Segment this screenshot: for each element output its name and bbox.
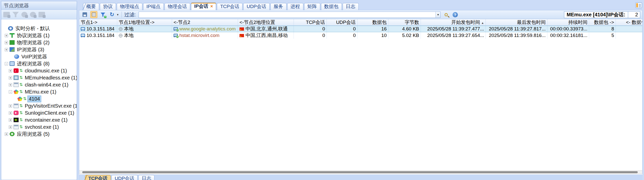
sidebar-item-ip-browser[interactable]: + IP浏览器 (3) xyxy=(1,46,77,53)
column-header-node1[interactable]: 节点1-> xyxy=(79,19,117,25)
bottom-tab-tcp-session[interactable]: TCP会话 xyxy=(85,175,111,180)
column-header-packets[interactable]: 数据包 xyxy=(357,19,388,25)
tab-process[interactable]: 进程 xyxy=(287,3,303,10)
cell-node2-geo: 中国,北京,通州,联通 xyxy=(238,26,294,32)
expand-icon[interactable]: + xyxy=(9,111,12,115)
tab-protocol[interactable]: 协议 xyxy=(100,3,116,10)
sidebar-item-svchost[interactable]: + ⇅ svchost.exe (1) xyxy=(1,123,77,130)
expand-icon[interactable]: + xyxy=(9,118,12,122)
chevron-down-icon: ▼ xyxy=(437,13,439,16)
tab-ip-session-active[interactable]: IP会话× xyxy=(191,3,216,10)
add-graph-icon[interactable] xyxy=(21,12,27,17)
tab-physical-session[interactable]: 物理会话 xyxy=(165,3,190,10)
expand-icon[interactable]: + xyxy=(9,69,12,72)
column-header-node1-geo[interactable]: 节点1地理位置-> xyxy=(117,19,172,25)
svchost-icon xyxy=(14,125,19,129)
tab-matrix[interactable]: 矩阵 xyxy=(304,3,320,10)
table-row[interactable]: 10.3.151.184 本地 hstat.microvirt.com 中国,江… xyxy=(79,32,642,39)
realtime-analysis-icon xyxy=(8,26,13,31)
add-filter-button[interactable]: + xyxy=(99,11,106,18)
globe-icon xyxy=(119,34,123,37)
sidebar-item-physical-browser[interactable]: + 物理浏览器 (2) xyxy=(1,39,77,46)
tab-service[interactable]: 服务 xyxy=(270,3,287,10)
cell-node1: 10.3.151.184 xyxy=(79,26,117,32)
column-header-duration[interactable]: 持续时间 xyxy=(547,19,589,25)
column-header-packets-out[interactable]: 数据包 -> xyxy=(589,19,616,25)
sidebar-item-sunloginclient[interactable]: + ⇅ SunloginClient.exe (1) xyxy=(1,109,77,116)
tab-label: 日志 xyxy=(346,4,355,9)
add-alarm-icon[interactable] xyxy=(30,12,36,17)
column-header-packets-in[interactable]: <- 数据包 xyxy=(616,19,642,25)
export-button[interactable] xyxy=(81,11,88,18)
help-button[interactable]: ? xyxy=(452,11,459,18)
sidebar-splitter[interactable] xyxy=(77,1,79,180)
column-header-last-time[interactable]: 最后发包时间 xyxy=(486,19,547,25)
sidebar-item-cloudmusic[interactable]: + ⇅ cloudmusic.exe (1) xyxy=(1,67,77,74)
sidebar-item-memu[interactable]: - ⇅ MEmu.exe (1) xyxy=(1,88,77,95)
column-header-tcp-sessions[interactable]: TCP会话 xyxy=(294,19,327,25)
sidebar-item-voip-browser[interactable]: VoIP浏览器 xyxy=(1,53,77,60)
filter-input[interactable] xyxy=(139,12,435,18)
clash-win64-icon xyxy=(14,82,19,87)
close-tab-icon[interactable]: × xyxy=(210,4,213,9)
expand-icon[interactable]: - xyxy=(9,90,12,94)
search-button[interactable] xyxy=(442,11,450,18)
tab-ip-endpoint[interactable]: IP端点 xyxy=(143,3,164,10)
traffic-arrows-icon: ⇅ xyxy=(19,75,23,80)
tab-label: 概要 xyxy=(86,4,96,9)
sidebar-item-pgyvisitorentsvr[interactable]: + ⇅ PgyVisitorEntSvr.exe (1) xyxy=(1,102,77,109)
sidebar-item-nvcontainer[interactable]: + ⇅ nvcontainer.exe (1) xyxy=(1,116,77,123)
expand-icon[interactable]: + xyxy=(9,125,12,129)
expand-icon[interactable]: + xyxy=(5,41,8,44)
ip-session-table: 节点1-> 节点1地理位置-> <-节点2 <-节点2地理位置 TCP会话 UD… xyxy=(79,19,642,170)
cell-bytes: 5.02 KB xyxy=(388,32,421,39)
expand-icon[interactable]: + xyxy=(9,83,12,86)
column-header-node2-geo[interactable]: <-节点2地理位置 xyxy=(238,19,294,25)
bottom-tab-log[interactable]: 日志 xyxy=(138,175,154,180)
scrollbar-thumb[interactable] xyxy=(82,171,638,173)
sidebar-item-realtime-analysis[interactable]: 实时分析 - 默认 xyxy=(1,25,77,32)
add-endpoint-view-icon[interactable] xyxy=(3,12,10,17)
tab-label: TCP会话 xyxy=(88,176,107,180)
traffic-arrows-icon: ⇅ xyxy=(19,125,23,129)
cell-packets: 16 xyxy=(357,26,388,32)
panel-toggle-icon[interactable] xyxy=(635,3,642,8)
expand-icon[interactable]: + xyxy=(5,34,8,37)
sidebar-item-clash-win64[interactable]: + ⇅ clash-win64.exe (1) xyxy=(1,81,77,88)
expand-icon[interactable]: - xyxy=(5,62,8,65)
tab-tcp-session[interactable]: TCP会话 xyxy=(217,3,243,10)
column-header-bytes[interactable]: 字节数 xyxy=(388,19,421,25)
column-header-node2[interactable]: <-节点2 xyxy=(172,19,238,25)
refresh-caret-icon[interactable]: ▼ xyxy=(116,13,119,16)
remote-host-icon xyxy=(174,27,178,31)
table-row[interactable]: 10.3.151.184 本地 www.google-analytics.com… xyxy=(79,26,642,32)
expand-icon[interactable]: + xyxy=(9,76,12,79)
expand-icon[interactable]: + xyxy=(9,104,12,108)
tab-physical-endpoint[interactable]: 物理端点 xyxy=(117,3,142,10)
cloudmusic-icon xyxy=(14,68,19,73)
horizontal-scrollbar[interactable] xyxy=(79,170,642,174)
tab-packet[interactable]: 数据包 xyxy=(321,3,342,10)
sidebar-item-memu-pid-4104[interactable]: ⇅ 4104 xyxy=(1,95,77,102)
tab-log[interactable]: 日志 xyxy=(343,3,359,10)
filter-combobox[interactable]: ▼ xyxy=(139,12,440,18)
bottom-tab-udp-session[interactable]: UDP会话 xyxy=(111,175,138,180)
plus-badge-icon: + xyxy=(104,16,106,18)
add-report-icon[interactable] xyxy=(38,12,45,17)
column-header-udp-sessions[interactable]: UDP会话 xyxy=(327,19,357,25)
node-browser-toolbar xyxy=(1,10,77,19)
session-counter-label: MEmu.exe [4104]\IP会话: xyxy=(564,11,628,18)
tab-udp-session[interactable]: UDP会话 xyxy=(243,3,269,10)
sidebar-item-process-browser[interactable]: - 进程浏览器 (8) xyxy=(1,60,77,67)
expand-icon[interactable]: + xyxy=(5,48,8,51)
add-filter-icon[interactable] xyxy=(12,12,19,17)
fixed-columns-button[interactable] xyxy=(90,11,97,18)
sidebar-item-app-browser[interactable]: + 应用浏览器 (5) xyxy=(1,130,77,138)
column-header-start-time-sorted[interactable]: 开始发包时间▲ xyxy=(421,19,486,25)
expand-icon[interactable]: + xyxy=(5,132,8,136)
sidebar-item-protocol-browser[interactable]: + 协议浏览器 (1) xyxy=(1,32,77,39)
refresh-button[interactable]: ↻ xyxy=(108,11,115,18)
filter-dropdown-button[interactable]: ▼ xyxy=(435,12,440,18)
cell-duration: 00:00:00.33973... xyxy=(547,26,589,32)
sidebar-item-memuheadless[interactable]: + ⇅ MEmuHeadless.exe (1) xyxy=(1,74,77,81)
